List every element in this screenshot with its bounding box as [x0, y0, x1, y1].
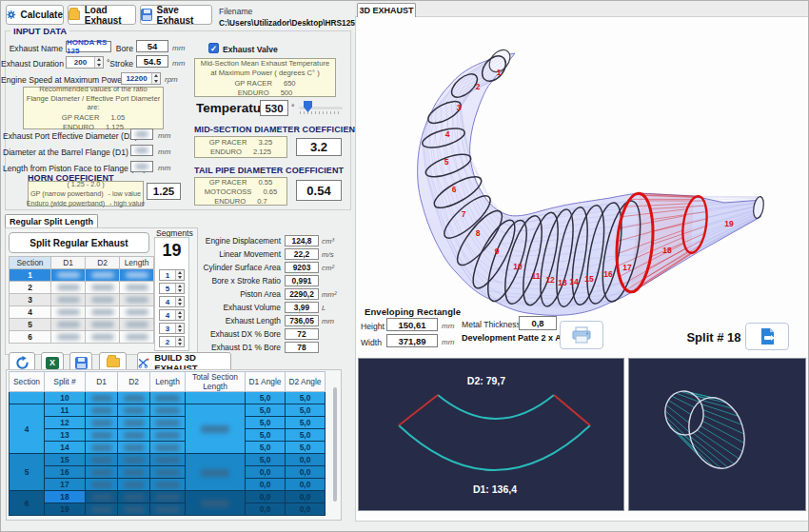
- section-number[interactable]: 6: [10, 331, 51, 344]
- section-number[interactable]: 2: [10, 282, 51, 294]
- length-cell[interactable]: [150, 392, 186, 404]
- section-row[interactable]: 2: [10, 282, 154, 294]
- section-merged-cell[interactable]: 6: [10, 491, 45, 516]
- tab-regular-split-length[interactable]: Regular Split Length: [5, 214, 98, 228]
- split-row[interactable]: 4115,05,0: [10, 404, 326, 417]
- section-number[interactable]: 1: [10, 269, 51, 282]
- d2-cell[interactable]: [118, 429, 150, 442]
- total-length-merged-cell[interactable]: [186, 454, 246, 491]
- split-number-cell[interactable]: 10: [45, 392, 86, 404]
- split-regular-exhaust-button[interactable]: Split Regular Exhaust: [9, 232, 149, 253]
- length-cell[interactable]: [150, 404, 186, 417]
- tail-pipe-coefficient-field[interactable]: 0.54: [296, 180, 342, 201]
- mid-section-coefficient-field[interactable]: 3.2: [296, 138, 342, 156]
- d1-angle-cell[interactable]: 5,0: [246, 404, 286, 417]
- d1-angle-cell[interactable]: 5,0: [246, 442, 286, 454]
- split-number-cell[interactable]: 13: [45, 429, 86, 442]
- duration-arrows[interactable]: [94, 57, 103, 68]
- metal-thickness-field[interactable]: 0,8: [519, 316, 557, 330]
- d2-angle-cell[interactable]: 0,0: [286, 454, 326, 466]
- d2-angle-cell[interactable]: 0,0: [286, 466, 326, 479]
- d1-cell[interactable]: [86, 442, 118, 454]
- d2-cell[interactable]: [118, 404, 150, 417]
- stepper-arrows[interactable]: [175, 297, 184, 306]
- d2-angle-cell[interactable]: 0,0: [286, 503, 326, 516]
- split-number-cell[interactable]: 15: [45, 454, 86, 466]
- d1-cell[interactable]: [86, 479, 118, 491]
- split-number-cell[interactable]: 12: [45, 417, 86, 429]
- split-row[interactable]: 170,00,0: [10, 479, 326, 491]
- d2-cell[interactable]: [118, 417, 150, 429]
- length-cell[interactable]: [150, 442, 186, 454]
- d2-cell[interactable]: [118, 479, 150, 491]
- split-table-scrollbar[interactable]: [333, 387, 337, 502]
- d1-angle-cell[interactable]: 5,0: [246, 454, 286, 466]
- d1-angle-cell[interactable]: 5,0: [246, 392, 286, 404]
- stroke-field[interactable]: 54.5: [136, 55, 168, 68]
- tab-3d-exhaust[interactable]: 3D EXHAUST: [357, 3, 416, 17]
- d2-cell[interactable]: [118, 442, 150, 454]
- split-row[interactable]: 105,05,0: [10, 392, 326, 404]
- section-row[interactable]: 4: [10, 306, 154, 319]
- d1-angle-cell[interactable]: 0,0: [246, 503, 286, 516]
- d1-cell[interactable]: [86, 392, 118, 404]
- d2-angle-cell[interactable]: 5,0: [286, 442, 326, 454]
- total-length-merged-cell[interactable]: [186, 392, 246, 404]
- calculate-button[interactable]: Calculate: [6, 5, 64, 25]
- length-cell[interactable]: [150, 466, 186, 479]
- segment-count-stepper[interactable]: 1: [159, 269, 185, 281]
- horn-coefficient-field[interactable]: 1.25: [147, 183, 181, 200]
- temperature-field[interactable]: 530: [260, 100, 288, 116]
- print-button[interactable]: [560, 321, 603, 349]
- split-row[interactable]: 125,05,0: [10, 417, 326, 429]
- save-exhaust-button[interactable]: Save Exhaust: [140, 5, 212, 25]
- d2-cell[interactable]: [118, 392, 150, 404]
- length-cell[interactable]: [150, 417, 186, 429]
- d1-cell[interactable]: [86, 491, 118, 503]
- engine-speed-arrows[interactable]: [151, 73, 160, 84]
- split-table[interactable]: SectionSplit #D1D2LengthTotal Section Le…: [9, 371, 326, 516]
- section-merged-cell[interactable]: 4: [10, 404, 45, 454]
- exhaust-3d-view[interactable]: 12345678910111213141516171819: [355, 16, 809, 317]
- engine-speed-stepper[interactable]: 12200: [121, 72, 161, 85]
- split-number-cell[interactable]: 11: [45, 404, 86, 417]
- bore-field[interactable]: 54: [136, 40, 168, 52]
- split-row[interactable]: 6180,00,0: [10, 491, 326, 503]
- d2-cell[interactable]: [118, 466, 150, 479]
- section-table[interactable]: Section D1 D2 Length 123456: [9, 256, 154, 344]
- section-merged-cell[interactable]: [10, 392, 45, 404]
- stepper-arrows[interactable]: [175, 337, 184, 346]
- total-length-merged-cell[interactable]: [186, 404, 246, 454]
- d1-cell[interactable]: [86, 454, 118, 466]
- d1-field[interactable]: [130, 145, 153, 156]
- d1-cell[interactable]: [86, 466, 118, 479]
- d2-angle-cell[interactable]: 0,0: [286, 491, 326, 503]
- exhaust-valve-checkbox[interactable]: ✓: [208, 43, 219, 53]
- d1-angle-cell[interactable]: 0,0: [246, 479, 286, 491]
- segment-count-stepper[interactable]: 4: [159, 296, 185, 307]
- d2-angle-cell[interactable]: 5,0: [286, 417, 326, 429]
- length-cell[interactable]: [150, 479, 186, 491]
- section-row[interactable]: 6: [10, 331, 154, 344]
- stepper-arrows[interactable]: [175, 310, 184, 320]
- section-number[interactable]: 5: [10, 319, 51, 331]
- total-length-merged-cell[interactable]: [186, 491, 246, 516]
- section-row[interactable]: 5: [10, 319, 154, 331]
- d1-angle-cell[interactable]: 0,0: [246, 466, 286, 479]
- dx-field[interactable]: [130, 128, 153, 140]
- d2-cell[interactable]: [118, 503, 150, 516]
- d2-cell[interactable]: [118, 454, 150, 466]
- temperature-slider[interactable]: [299, 101, 343, 116]
- split-number-cell[interactable]: 18: [45, 491, 86, 503]
- d2-angle-cell[interactable]: 0,0: [286, 479, 326, 491]
- length-cell[interactable]: [150, 454, 186, 466]
- duration-stepper[interactable]: 200: [66, 56, 104, 69]
- export-dxf-button[interactable]: [745, 323, 789, 350]
- split-row[interactable]: 5155,00,0: [10, 454, 326, 466]
- section-row[interactable]: 1: [10, 269, 154, 282]
- load-exhaust-button[interactable]: Load Exhaust: [68, 5, 136, 25]
- d1-angle-cell[interactable]: 5,0: [246, 417, 286, 429]
- d1-cell[interactable]: [86, 417, 118, 429]
- length-cell[interactable]: [150, 491, 186, 503]
- segment-count-stepper[interactable]: 3: [159, 323, 185, 334]
